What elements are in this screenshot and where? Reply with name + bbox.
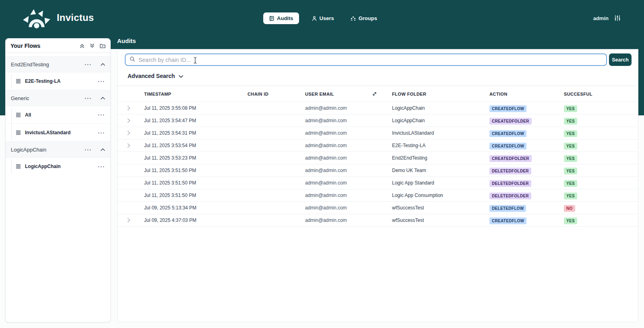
- cell-user-email: admin@admin.com: [305, 217, 392, 223]
- cell-timestamp: Jul 11, 2025 3:53:23 PM: [144, 155, 248, 161]
- col-timestamp[interactable]: TIMESTAMP: [144, 92, 248, 96]
- cell-succesful: YES: [564, 167, 638, 174]
- expand-all-icon[interactable]: [90, 43, 95, 48]
- col-succesful[interactable]: SUCCESFUL: [564, 92, 638, 96]
- cell-timestamp: Jul 11, 2025 3:51:50 PM: [144, 180, 248, 186]
- advanced-search-toggle[interactable]: Advanced Search: [128, 73, 183, 79]
- flow-group-label: Generic: [11, 95, 29, 101]
- row-expand-chevron-icon[interactable]: [118, 106, 144, 111]
- flow-group-header[interactable]: Generic ···: [6, 90, 110, 106]
- success-badge: YES: [564, 105, 577, 112]
- cell-timestamp: Jul 11, 2025 3:54:31 PM: [144, 130, 248, 136]
- item-menu-icon[interactable]: ···: [98, 112, 105, 118]
- username[interactable]: admin: [593, 15, 609, 21]
- sidebar-title: Your Flows: [10, 43, 40, 49]
- row-expand-chevron-icon[interactable]: [118, 118, 144, 123]
- search-input[interactable]: [138, 57, 602, 63]
- flow-item-label: InvictusLAStandard: [25, 130, 70, 135]
- cell-succesful: YES: [564, 105, 638, 112]
- flow-item-label: All: [25, 112, 31, 118]
- cell-succesful: NO: [564, 204, 638, 212]
- row-expand-chevron-icon[interactable]: [118, 131, 144, 135]
- action-badge: DELETEDFOLDER: [489, 180, 531, 187]
- cell-succesful: YES: [564, 129, 638, 137]
- nav-tab-audits[interactable]: Audits: [263, 12, 299, 24]
- audit-row[interactable]: Jul 11, 2025 3:51:50 PM admin@admin.com …: [118, 189, 638, 202]
- row-expand-chevron-icon[interactable]: [118, 218, 144, 223]
- nav-tab-groups[interactable]: Groups: [347, 12, 381, 24]
- flow-group-header[interactable]: LogicAppChain ···: [6, 141, 110, 158]
- swap-arrows-icon[interactable]: [372, 92, 377, 96]
- audit-row[interactable]: Jul 11, 2025 3:53:54 PM admin@admin.com …: [118, 139, 638, 152]
- search-button[interactable]: Search: [609, 53, 632, 66]
- audit-row[interactable]: Jul 11, 2025 3:51:50 PM admin@admin.com …: [118, 164, 638, 177]
- flow-group-header[interactable]: End2EndTesting ···: [6, 56, 110, 72]
- flow-item[interactable]: E2E-Testing-LA ···: [6, 72, 110, 90]
- cell-timestamp: Jul 11, 2025 3:54:47 PM: [144, 118, 248, 123]
- audits-panel: Search Advanced Search TIMESTAMP CHAIN I…: [117, 49, 638, 322]
- col-action[interactable]: ACTION: [489, 92, 564, 96]
- action-badge: DELETEDFOLDER: [489, 193, 531, 199]
- audit-row[interactable]: Jul 09, 2025 5:13:34 PM admin@admin.com …: [118, 202, 638, 214]
- sidebar-header: Your Flows: [6, 39, 110, 53]
- collapse-all-icon[interactable]: [80, 43, 85, 48]
- flow-item[interactable]: All ···: [6, 106, 110, 124]
- success-badge: YES: [564, 217, 577, 224]
- col-flow-folder[interactable]: FLOW FOLDER: [392, 92, 489, 96]
- group-icon: [350, 16, 356, 21]
- sidebar-spacer: [6, 53, 110, 56]
- audit-log-icon: [269, 16, 275, 21]
- flow-item[interactable]: LogicAppChain ···: [6, 158, 110, 175]
- success-badge: YES: [564, 155, 577, 162]
- cell-flow-folder: End2EndTesting: [392, 155, 489, 161]
- group-menu-icon[interactable]: ···: [85, 95, 92, 101]
- chevron-up-icon[interactable]: [101, 63, 105, 66]
- cell-timestamp: Jul 11, 2025 3:51:50 PM: [144, 168, 248, 173]
- cell-timestamp: Jul 11, 2025 3:53:54 PM: [144, 143, 248, 148]
- action-badge: CREATEDFLOW: [489, 217, 526, 224]
- success-badge: NO: [564, 205, 575, 212]
- search-box[interactable]: [125, 53, 607, 66]
- col-chain-id[interactable]: CHAIN ID: [248, 92, 305, 96]
- action-badge: DELETEDFOLDER: [489, 168, 531, 174]
- chevron-down-icon: [179, 73, 183, 79]
- audit-row[interactable]: Jul 11, 2025 3:53:23 PM admin@admin.com …: [118, 152, 638, 164]
- cell-succesful: YES: [564, 117, 638, 125]
- chevron-up-icon[interactable]: [101, 97, 105, 100]
- audit-row[interactable]: Jul 11, 2025 3:54:47 PM admin@admin.com …: [118, 115, 638, 127]
- layers-icon: [16, 130, 21, 135]
- main-nav: Audits Users Groups: [0, 12, 644, 24]
- cell-action: CREATEDFOLDER: [489, 154, 564, 162]
- audit-row[interactable]: Jul 11, 2025 3:55:08 PM admin@admin.com …: [118, 102, 638, 115]
- item-menu-icon[interactable]: ···: [98, 164, 105, 170]
- audit-row[interactable]: Jul 11, 2025 3:54:31 PM admin@admin.com …: [118, 127, 638, 139]
- audit-row[interactable]: Jul 11, 2025 3:51:50 PM admin@admin.com …: [118, 177, 638, 189]
- item-menu-icon[interactable]: ···: [98, 78, 105, 84]
- group-menu-icon[interactable]: ···: [85, 147, 92, 153]
- flow-group: Generic ··· All ···: [6, 90, 110, 141]
- advanced-search-label: Advanced Search: [128, 73, 175, 79]
- flow-item[interactable]: InvictusLAStandard ···: [6, 124, 110, 141]
- nav-tab-users[interactable]: Users: [308, 12, 338, 24]
- flow-group: End2EndTesting ··· E2E-Testing-LA ···: [6, 56, 110, 90]
- cell-timestamp: Jul 09, 2025 5:13:34 PM: [144, 205, 248, 211]
- group-items: E2E-Testing-LA ···: [6, 72, 110, 90]
- group-menu-icon[interactable]: ···: [85, 62, 92, 68]
- table-header-row: TIMESTAMP CHAIN ID USER EMAIL FLOW FOLDE…: [118, 86, 638, 102]
- settings-sliders-icon[interactable]: [614, 15, 621, 23]
- success-badge: YES: [564, 143, 577, 150]
- action-badge: CREATEDFOLDER: [489, 155, 532, 162]
- row-expand-chevron-icon[interactable]: [118, 143, 144, 148]
- search-icon: [130, 56, 135, 64]
- success-badge: YES: [564, 193, 577, 199]
- flow-group-label: End2EndTesting: [11, 62, 49, 68]
- chevron-up-icon[interactable]: [101, 148, 105, 151]
- add-folder-icon[interactable]: [100, 43, 105, 48]
- cell-action: CREATEDFOLDER: [489, 117, 564, 125]
- col-user-email[interactable]: USER EMAIL: [305, 92, 392, 96]
- item-menu-icon[interactable]: ···: [98, 130, 105, 136]
- audit-row[interactable]: Jul 09, 2025 4:37:03 PM admin@admin.com …: [118, 214, 638, 227]
- cell-timestamp: Jul 11, 2025 3:51:50 PM: [144, 193, 248, 198]
- layers-icon: [16, 113, 21, 117]
- cell-action: DELETEDFLOW: [489, 204, 564, 212]
